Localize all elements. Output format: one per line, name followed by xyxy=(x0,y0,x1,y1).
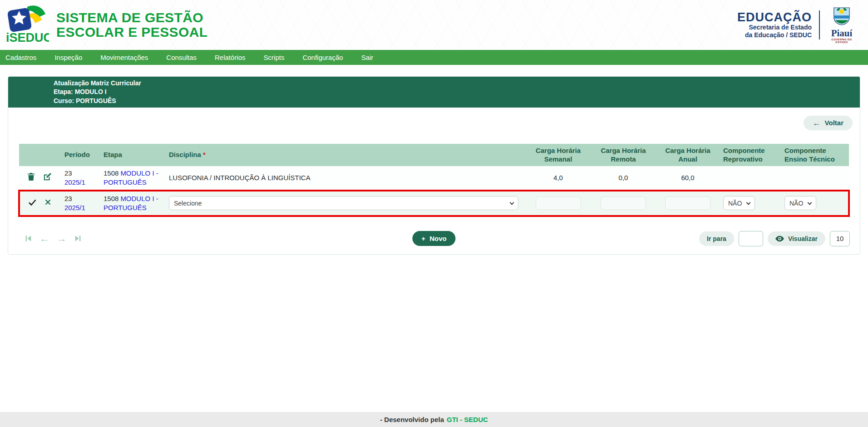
plus-icon: + xyxy=(421,235,425,242)
pager: ← → xyxy=(18,234,82,244)
education-title: EDUCAÇÃO xyxy=(737,11,812,24)
logo-text: iSEDUC xyxy=(6,31,49,44)
comp-tecnico-select[interactable]: NÃO xyxy=(784,196,816,210)
visualizar-button[interactable]: Visualizar xyxy=(768,231,825,246)
etapa-cell: 1508MODULO I - PORTUGUÊS xyxy=(100,191,165,216)
ch-remota-cell: 0,0 xyxy=(591,166,656,191)
last-page-button[interactable] xyxy=(74,235,82,242)
next-page-button[interactable]: → xyxy=(57,234,67,244)
menu-item-inspecao[interactable]: Inspeção xyxy=(45,54,91,61)
menu-item-relatorios[interactable]: Relatórios xyxy=(206,54,255,61)
ch-anual-input-cell xyxy=(656,191,720,216)
menu-item-cadastros[interactable]: Cadastros xyxy=(5,54,45,61)
ch-semanal-cell: 4,0 xyxy=(526,166,591,191)
education-sub2: da Educação / SEDUC xyxy=(737,31,812,39)
col-ch-semanal: Carga Horária Semanal xyxy=(526,144,591,167)
menu-item-configuracao[interactable]: Configuração xyxy=(293,54,352,61)
piaui-coat-of-arms-icon xyxy=(833,7,850,26)
confirm-button[interactable] xyxy=(28,199,36,208)
ch-semanal-input[interactable] xyxy=(536,196,581,210)
first-page-icon xyxy=(25,235,32,242)
state-government-label: GOVERNO DO ESTADO xyxy=(827,38,856,44)
main-content: Atualização Matriz Curricular Etapa: MOD… xyxy=(0,76,868,255)
trash-icon xyxy=(27,172,35,181)
first-page-button[interactable] xyxy=(25,235,32,242)
periodo-link[interactable]: 2025/1 xyxy=(64,204,85,211)
disciplina-select[interactable]: Selecione xyxy=(169,196,518,210)
footer-text: - Desenvolvido pela xyxy=(380,416,444,423)
piaui-block: Piauí GOVERNO DO ESTADO xyxy=(827,7,856,44)
edit-button[interactable] xyxy=(43,172,52,183)
panel-etapa: Etapa: MODULO I xyxy=(54,88,860,96)
periodo-cell: 23 2025/1 xyxy=(61,191,100,216)
col-comp-reprovativo: Componente Reprovativo xyxy=(720,144,781,167)
back-arrow-icon: ← xyxy=(813,119,821,127)
brand: iSEDUC SISTEMA DE GESTÃO ESCOLAR E PESSO… xyxy=(5,4,208,46)
col-actions xyxy=(19,144,61,167)
row-actions-cell xyxy=(19,166,61,191)
ch-anual-cell: 60,0 xyxy=(656,166,720,191)
header-divider xyxy=(819,10,820,39)
main-menu: Cadastros Inspeção Movimentações Consult… xyxy=(0,50,868,65)
table-header-row: Período Etapa Disciplina * Carga Horária… xyxy=(19,144,849,167)
app-header: iSEDUC SISTEMA DE GESTÃO ESCOLAR E PESSO… xyxy=(0,0,868,50)
comp-reprovativo-cell xyxy=(720,166,781,191)
col-comp-tecnico: Componente Ensino Técnico xyxy=(781,144,849,167)
check-icon xyxy=(28,199,36,206)
cancel-button[interactable] xyxy=(44,199,51,208)
app-title: SISTEMA DE GESTÃO ESCOLAR E PESSOAL xyxy=(56,10,208,40)
comp-tecnico-select-cell: NÃO xyxy=(781,191,849,216)
visualizar-label: Visualizar xyxy=(788,235,818,242)
voltar-button[interactable]: ← Voltar xyxy=(804,116,853,130)
menu-item-scripts[interactable]: Scripts xyxy=(255,54,294,61)
voltar-label: Voltar xyxy=(825,119,843,127)
required-asterisk: * xyxy=(203,151,206,158)
periodo-link[interactable]: 2025/1 xyxy=(64,178,85,186)
app-title-line1: SISTEMA DE GESTÃO xyxy=(56,10,208,25)
disciplina-cell: LUSOFONIA / INTRODUÇÃO À LINGUÍSTICA xyxy=(165,166,526,191)
ch-anual-input[interactable] xyxy=(665,196,710,210)
panel-curso: Curso: PORTUGUÊS xyxy=(54,97,860,105)
ch-remota-input-cell xyxy=(591,191,656,216)
etapa-num: 1508 xyxy=(104,195,118,202)
ir-para-input[interactable] xyxy=(739,231,763,246)
comp-tecnico-cell xyxy=(781,166,849,191)
ch-semanal-input-cell xyxy=(526,191,591,216)
education-sub1: Secretaria de Estado xyxy=(737,24,812,31)
col-ch-remota: Carga Horária Remota xyxy=(591,144,656,167)
menu-item-consultas[interactable]: Consultas xyxy=(157,54,206,61)
panel-header: Atualização Matriz Curricular Etapa: MOD… xyxy=(8,77,860,108)
edit-row: 23 2025/1 1508MODULO I - PORTUGUÊS Selec… xyxy=(19,191,849,216)
app-title-line2: ESCOLAR E PESSOAL xyxy=(56,25,208,39)
delete-button[interactable] xyxy=(27,172,35,183)
periodo-cell: 23 2025/1 xyxy=(61,166,100,191)
prev-page-button[interactable]: ← xyxy=(39,234,49,244)
menu-item-sair[interactable]: Sair xyxy=(352,54,383,61)
novo-label: Novo xyxy=(429,235,447,242)
footer-controls: Ir para Visualizar xyxy=(699,231,850,246)
edit-icon xyxy=(43,172,52,181)
periodo-num: 23 xyxy=(64,194,96,203)
footer-gti-link[interactable]: GTI - SEDUC xyxy=(447,416,488,423)
novo-button[interactable]: + Novo xyxy=(412,231,455,246)
menu-item-movimentacoes[interactable]: Movimentações xyxy=(91,54,157,61)
table-row: 23 2025/1 1508MODULO I - PORTUGUÊS LUSOF… xyxy=(19,166,849,191)
iseduc-logo: iSEDUC xyxy=(5,4,49,46)
etapa-num: 1508 xyxy=(104,169,118,177)
page-size-input[interactable] xyxy=(830,231,850,246)
comp-reprovativo-select-cell: NÃO xyxy=(720,191,781,216)
state-name: Piauí xyxy=(827,29,856,38)
panel-title: Atualização Matriz Curricular xyxy=(54,79,860,88)
edit-row-actions-cell xyxy=(19,191,61,216)
comp-reprovativo-select[interactable]: NÃO xyxy=(723,196,755,210)
etapa-cell: 1508MODULO I - PORTUGUÊS xyxy=(100,166,165,191)
ch-remota-input[interactable] xyxy=(601,196,646,210)
col-periodo: Período xyxy=(61,144,100,167)
eye-icon xyxy=(775,236,784,242)
matrix-card: Atualização Matriz Curricular Etapa: MOD… xyxy=(8,76,860,255)
last-page-icon xyxy=(74,235,82,242)
ir-para-button[interactable]: Ir para xyxy=(699,231,734,246)
col-etapa: Etapa xyxy=(100,144,165,167)
iseduc-logo-icon: iSEDUC xyxy=(5,4,49,44)
page-footer: - Desenvolvido pela GTI - SEDUC xyxy=(0,412,868,427)
